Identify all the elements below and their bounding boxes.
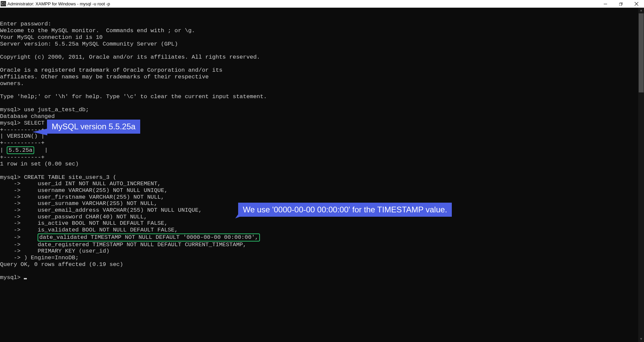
annotation-timestamp: We use '0000-00-00 00:00:00' for the TIM… <box>238 203 452 217</box>
version-highlight: 5.5.25a <box>7 146 34 154</box>
terminal-viewport[interactable]: Enter password:Welcome to the MySQL moni… <box>0 8 644 342</box>
terminal-line: Copyright (c) 2000, 2011, Oracle and/or … <box>0 54 502 61</box>
terminal-line: Server version: 5.5.25a MySQL Community … <box>0 41 502 48</box>
terminal-line: Query OK, 0 rows affected (0.19 sec) <box>0 261 502 268</box>
terminal-line: +-----------+ <box>0 154 502 161</box>
terminal-line: | VERSION() | <box>0 133 502 140</box>
maximize-button[interactable] <box>613 0 629 8</box>
terminal-line: mysql> use just_a_test_db; <box>0 107 502 113</box>
terminal-prompt[interactable]: mysql> <box>0 274 502 281</box>
terminal-line: Your MySQL connection id is 10 <box>0 34 502 41</box>
window-controls <box>598 0 644 8</box>
terminal-line: -> user_firstname VARCHAR(255) NOT NULL, <box>0 194 502 201</box>
terminal-line <box>0 268 502 274</box>
annotation-version: MySQL version 5.5.25a <box>47 120 140 134</box>
date-validated-highlight: date_validated TIMESTAMP NOT NULL DEFAUL… <box>38 233 260 242</box>
terminal-line: Welcome to the MySQL monitor. Commands e… <box>0 27 502 34</box>
terminal-line <box>0 47 502 54</box>
terminal-line-version: | 5.5.25a | <box>0 146 502 154</box>
terminal-line: Oracle is a registered trademark of Orac… <box>0 67 502 74</box>
window-title: Administrator: XAMPP for Windows - mysql… <box>7 1 110 6</box>
minimize-icon <box>604 2 607 6</box>
terminal-line: -> is_active BOOL NOT NULL DEFAULT FALSE… <box>0 220 502 227</box>
terminal-line: -> user_id INT NOT NULL AUTO_INCREMENT, <box>0 181 502 187</box>
vertical-scrollbar[interactable]: ▲ ▼ <box>638 8 644 342</box>
terminal-line: Enter password: <box>0 21 502 27</box>
close-button[interactable] <box>629 0 644 8</box>
terminal-line: -> ) Engine=InnoDB; <box>0 255 502 261</box>
terminal-line <box>0 61 502 67</box>
terminal-line: mysql> CREATE TABLE site_users_3 ( <box>0 174 502 181</box>
terminal-content[interactable]: Enter password:Welcome to the MySQL moni… <box>0 21 502 342</box>
cursor-icon <box>24 278 27 279</box>
window-titlebar[interactable]: C:\ Administrator: XAMPP for Windows - m… <box>0 0 644 8</box>
terminal-line: Type 'help;' or '\h' for help. Type '\c'… <box>0 93 502 100</box>
terminal-line <box>0 167 502 174</box>
callout-pointer-1 <box>33 129 47 135</box>
terminal-line: -> is_validated BOOL NOT NULL DEFAULT FA… <box>0 227 502 233</box>
terminal-line <box>0 100 502 107</box>
terminal-line: affiliates. Other names may be trademark… <box>0 74 502 80</box>
terminal-line: -> PRIMARY KEY (user_id) <box>0 248 502 255</box>
terminal-line: Database changed <box>0 113 502 120</box>
terminal-line: 1 row in set (0.00 sec) <box>0 161 502 167</box>
scrollbar-down-button[interactable]: ▼ <box>638 336 644 342</box>
scrollbar-up-button[interactable]: ▲ <box>638 8 644 13</box>
terminal-line <box>0 87 502 93</box>
terminal-line: -> date_registered TIMESTAMP NOT NULL DE… <box>0 242 502 248</box>
cmd-icon: C:\ <box>1 1 6 6</box>
minimize-button[interactable] <box>598 0 613 8</box>
scrollbar-thumb[interactable] <box>639 13 644 92</box>
terminal-line: -> username VARCHAR(255) NOT NULL UNIQUE… <box>0 187 502 194</box>
terminal-line: +-----------+ <box>0 140 502 146</box>
terminal-line-date-validated: -> date_validated TIMESTAMP NOT NULL DEF… <box>0 233 502 242</box>
restore-icon <box>619 2 623 6</box>
terminal-line: owners. <box>0 80 502 87</box>
close-icon <box>635 2 638 6</box>
